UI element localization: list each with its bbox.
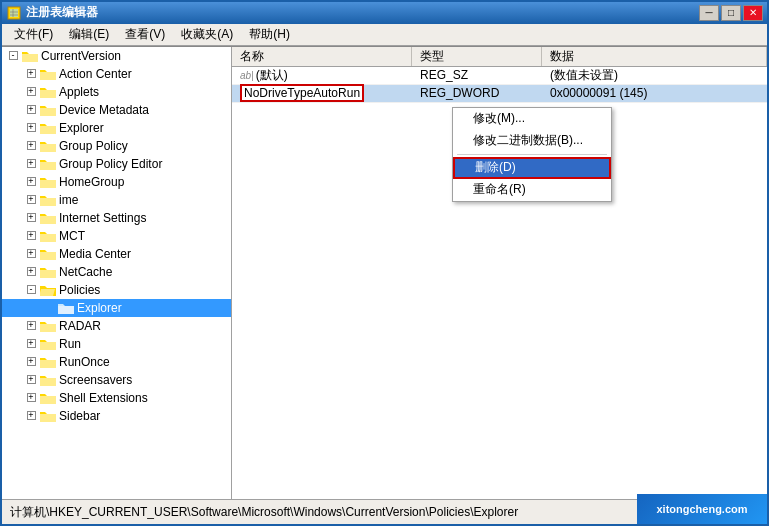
menu-view[interactable]: 查看(V) [117,24,173,45]
expand-actioncenter[interactable]: + [24,67,38,81]
tree-item-shellextensions[interactable]: + Shell Extensions [2,389,231,407]
expand-currentversion[interactable]: - [6,49,20,63]
tree-item-internetsettings[interactable]: + Internet Settings [2,209,231,227]
folder-icon [40,193,56,207]
context-menu-delete[interactable]: 删除(D) [453,157,611,179]
expand-applets[interactable]: + [24,85,38,99]
cell-type-nodrive: REG_DWORD [412,86,542,100]
folder-icon [40,337,56,351]
tree-item-netcache[interactable]: + NetCache [2,263,231,281]
tree-label: CurrentVersion [41,49,121,63]
expand-icon: + [27,105,36,114]
tree-label: ime [59,193,78,207]
menu-help[interactable]: 帮助(H) [241,24,298,45]
expand-mct[interactable]: + [24,229,38,243]
tree-item-grouppolicy[interactable]: + Group Policy [2,137,231,155]
registry-tree[interactable]: - CurrentVersion + Action Center [2,47,232,499]
minimize-button[interactable]: ─ [699,5,719,21]
tree-label: Screensavers [59,373,132,387]
tree-item-policies[interactable]: - Policies [2,281,231,299]
tree-label: Applets [59,85,99,99]
tree-item-mct[interactable]: + MCT [2,227,231,245]
expand-internetsettings[interactable]: + [24,211,38,225]
folder-icon [40,265,56,279]
tree-item-applets[interactable]: + Applets [2,83,231,101]
tree-item-devicemetadata[interactable]: + Device Metadata [2,101,231,119]
expand-shellextensions[interactable]: + [24,391,38,405]
window-title: 注册表编辑器 [26,4,98,21]
tree-item-radar[interactable]: + RADAR [2,317,231,335]
folder-icon [40,157,56,171]
folder-icon [40,139,56,153]
cell-data-default: (数值未设置) [542,67,767,84]
tree-item-runonce[interactable]: + RunOnce [2,353,231,371]
menu-file[interactable]: 文件(F) [6,24,61,45]
tree-label: Internet Settings [59,211,146,225]
expand-explorer[interactable]: + [24,121,38,135]
expand-grouppolicyeditor[interactable]: + [24,157,38,171]
folder-icon [40,409,56,423]
context-menu-rename[interactable]: 重命名(R) [453,179,611,201]
tree-label: MCT [59,229,85,243]
context-menu-modify[interactable]: 修改(M)... [453,108,611,130]
expand-icon: + [27,375,36,384]
folder-icon-selected [58,301,74,315]
menu-favorites[interactable]: 收藏夹(A) [173,24,241,45]
nodrive-name-highlighted: NoDriveTypeAutoRun [240,84,364,102]
folder-icon [40,373,56,387]
context-menu-separator [457,154,607,155]
expand-icon: + [27,411,36,420]
tree-item-explorer[interactable]: + Explorer [2,119,231,137]
tree-item-ime[interactable]: + ime [2,191,231,209]
tree-item-explorer-policies[interactable]: Explorer [2,299,231,317]
tree-item-actioncenter[interactable]: + Action Center [2,65,231,83]
expand-sidebar[interactable]: + [24,409,38,423]
expand-radar[interactable]: + [24,319,38,333]
close-button[interactable]: ✕ [743,5,763,21]
expand-run[interactable]: + [24,337,38,351]
folder-icon [40,319,56,333]
expand-grouppolicy[interactable]: + [24,139,38,153]
expand-runonce[interactable]: + [24,355,38,369]
reg-type-icon: ab| [240,70,254,81]
tree-label: Device Metadata [59,103,149,117]
expand-policies[interactable]: - [24,283,38,297]
expand-icon: - [27,285,36,294]
tree-item-grouppolicyeditor[interactable]: + Group Policy Editor [2,155,231,173]
table-row-nodrive[interactable]: NoDriveTypeAutoRun REG_DWORD 0x00000091 … [232,85,767,103]
expand-icon: + [27,141,36,150]
maximize-button[interactable]: □ [721,5,741,21]
expand-homegroup[interactable]: + [24,175,38,189]
expand-mediacenter[interactable]: + [24,247,38,261]
expand-icon: + [27,159,36,168]
status-text: 计算机\HKEY_CURRENT_USER\Software\Microsoft… [10,504,518,521]
folder-icon [40,211,56,225]
folder-icon [40,67,56,81]
tree-item-homegroup[interactable]: + HomeGroup [2,173,231,191]
expand-icon: + [27,249,36,258]
main-area: - CurrentVersion + Action Center [2,46,767,499]
cell-name-nodrive: NoDriveTypeAutoRun [232,84,412,102]
expand-ime[interactable]: + [24,193,38,207]
expand-icon: + [27,213,36,222]
tree-item-currentversion[interactable]: - CurrentVersion [2,47,231,65]
table-row[interactable]: ab| (默认) REG_SZ (数值未设置) [232,67,767,85]
expand-screensavers[interactable]: + [24,373,38,387]
tree-item-screensavers[interactable]: + Screensavers [2,371,231,389]
col-header-type: 类型 [412,47,542,66]
tree-item-sidebar[interactable]: + Sidebar [2,407,231,425]
menu-edit[interactable]: 编辑(E) [61,24,117,45]
expand-icon: + [27,267,36,276]
context-menu: 修改(M)... 修改二进制数据(B)... 删除(D) 重命名(R) [452,107,612,202]
tree-label: Sidebar [59,409,100,423]
tree-item-run[interactable]: + Run [2,335,231,353]
context-menu-modifybinary[interactable]: 修改二进制数据(B)... [453,130,611,152]
watermark: xitongcheng.com [637,494,767,524]
tree-label: Group Policy Editor [59,157,162,171]
expand-explorer2[interactable] [42,301,56,315]
tree-item-mediacenter[interactable]: + Media Center [2,245,231,263]
expand-icon: + [27,231,36,240]
tree-label: RunOnce [59,355,110,369]
expand-devicemetadata[interactable]: + [24,103,38,117]
expand-netcache[interactable]: + [24,265,38,279]
